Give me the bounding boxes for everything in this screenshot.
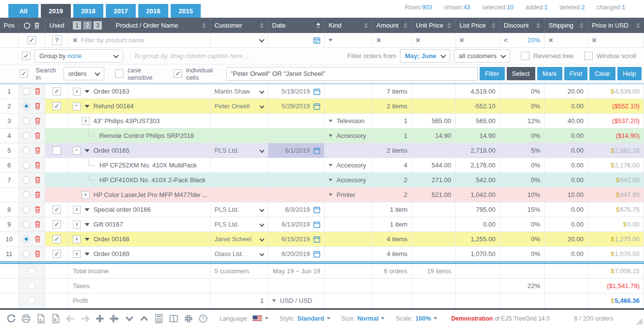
filter-product-placeholder[interactable]: Filter by product name (81, 36, 144, 44)
trash-icon[interactable] (34, 250, 41, 258)
select-button[interactable]: Select (507, 67, 535, 80)
list-price-cell[interactable]: 1,255.00 (456, 232, 500, 247)
used-cell[interactable] (45, 247, 69, 262)
discount-cell[interactable]: 15% (500, 202, 545, 217)
search-scope-dropdown[interactable]: orders (63, 67, 104, 80)
shipping-cell[interactable]: 0.00 (545, 129, 588, 143)
discount-cell[interactable]: 5% (500, 143, 545, 158)
unit-price-cell[interactable]: 271.00 (412, 173, 456, 188)
filter-date[interactable] (268, 33, 325, 47)
name-dropdown-icon[interactable] (85, 223, 90, 226)
style-value[interactable]: Standard (297, 315, 324, 322)
footer-radio[interactable] (28, 297, 35, 304)
shipping-cell[interactable]: 0.00 (545, 99, 588, 114)
date-cell[interactable]: 6/15/2019 (268, 232, 325, 247)
chevron-down-icon[interactable] (260, 222, 265, 227)
product-cell[interactable]: Remote Control Philips SRP2018 (69, 129, 211, 143)
col-header-list-price[interactable]: List Price (456, 18, 500, 33)
customer-cell[interactable]: PLS Ltd. (211, 202, 268, 217)
gear-icon[interactable] (181, 314, 196, 324)
us-flag-icon[interactable] (252, 315, 262, 322)
calendar-icon[interactable] (313, 37, 320, 44)
sort-icon[interactable] (444, 23, 451, 29)
footer-tax-rate[interactable]: 22% (500, 279, 545, 294)
undo-arrow-icon[interactable] (63, 314, 78, 324)
amount-cell[interactable]: 2 items (372, 99, 412, 114)
filter-price-usd[interactable]: × (588, 33, 644, 47)
price-usd-cell[interactable]: $2,176.00 (588, 158, 644, 173)
discount-cell[interactable]: 0% (500, 173, 545, 188)
used-checkbox[interactable] (53, 87, 61, 96)
row-radio[interactable] (23, 117, 30, 125)
expand-icon[interactable] (73, 235, 81, 243)
date-cell[interactable]: 6/20/2019 (268, 247, 325, 262)
expand-icon[interactable] (73, 206, 81, 214)
clear-filter-icon[interactable]: × (416, 36, 420, 44)
discount-cell[interactable]: 0% (500, 84, 545, 99)
discount-cell[interactable]: 0% (500, 99, 545, 114)
kind-cell[interactable] (325, 143, 372, 158)
discount-cell[interactable]: 0% (500, 129, 545, 143)
resize-handle-icon[interactable] (636, 318, 643, 327)
used-checkbox[interactable] (53, 205, 61, 214)
used-cell[interactable] (45, 99, 69, 114)
chevron-down-icon[interactable] (260, 89, 265, 94)
tab-2016[interactable]: 2016 (138, 4, 168, 18)
name-dropdown-icon[interactable] (85, 238, 90, 241)
search-input[interactable] (226, 67, 478, 81)
clear-filter-icon[interactable]: × (376, 36, 381, 44)
add-row-icon[interactable] (92, 314, 107, 324)
tab-2019[interactable]: 2019 (41, 4, 71, 18)
amount-cell[interactable]: 2 items (372, 143, 412, 158)
trash-icon[interactable] (34, 117, 41, 125)
shipping-cell[interactable]: 0.00 (545, 247, 588, 262)
sort-icon[interactable] (400, 23, 407, 29)
price-usd-cell[interactable]: $2,582.10 (588, 143, 644, 158)
trash-icon[interactable] (34, 88, 41, 95)
expand-icon[interactable] (73, 221, 81, 229)
dropdown-triangle-icon[interactable] (329, 120, 333, 122)
unit-price-cell[interactable]: 521.00 (412, 188, 456, 202)
list-price-cell[interactable]: 2,718.00 (456, 143, 500, 158)
months-dropdown[interactable]: May; June (400, 49, 450, 63)
shipping-cell[interactable]: 0.00 (545, 173, 588, 188)
customer-cell[interactable] (211, 114, 268, 129)
discount-cell[interactable]: 10% (500, 188, 545, 202)
tab-2018[interactable]: 2018 (73, 4, 103, 18)
kind-cell[interactable]: Printer (325, 188, 372, 202)
discount-cell[interactable]: 0% (500, 158, 545, 173)
footer-profit-factor[interactable]: 1 (211, 294, 268, 308)
row-radio[interactable] (23, 102, 30, 110)
unit-price-cell[interactable] (412, 202, 456, 217)
name-dropdown-icon[interactable] (85, 105, 90, 108)
filter-list-price[interactable]: × (456, 33, 500, 47)
row-radio[interactable] (23, 88, 30, 95)
collapse-all-icon[interactable] (122, 314, 137, 324)
date-cell[interactable]: 6/3/2019 (268, 202, 325, 217)
date-cell[interactable] (268, 188, 325, 202)
price-usd-cell[interactable]: ($552.10) (588, 99, 644, 114)
expand-icon[interactable] (82, 191, 90, 199)
product-cell[interactable]: 43" Philips 43PUS7303 (69, 114, 211, 129)
trash-icon[interactable] (34, 147, 41, 154)
row-radio[interactable] (23, 235, 30, 243)
pdf-export-icon[interactable] (33, 314, 48, 324)
sort-icon[interactable] (489, 23, 495, 29)
col-header-unit-price[interactable]: Unit Price (412, 18, 456, 33)
trash-icon[interactable] (34, 235, 41, 243)
filter-discount[interactable]: <20% (500, 33, 545, 47)
row-radio[interactable] (23, 132, 30, 139)
unit-price-cell[interactable] (412, 84, 456, 99)
sort-icon[interactable] (313, 23, 320, 29)
used-cell[interactable] (45, 217, 69, 232)
expand-icon[interactable] (73, 88, 81, 96)
shipping-cell[interactable]: 0.00 (545, 158, 588, 173)
filter-button[interactable]: Filter (480, 67, 505, 80)
select-all-checkbox[interactable] (28, 36, 36, 44)
chevron-down-icon[interactable] (260, 252, 265, 257)
row-radio[interactable] (23, 176, 30, 184)
calendar-icon[interactable] (313, 88, 320, 95)
dropdown-triangle-icon[interactable] (329, 179, 333, 181)
filter-kind[interactable] (325, 33, 372, 47)
amount-cell[interactable]: 1 item (372, 217, 412, 232)
